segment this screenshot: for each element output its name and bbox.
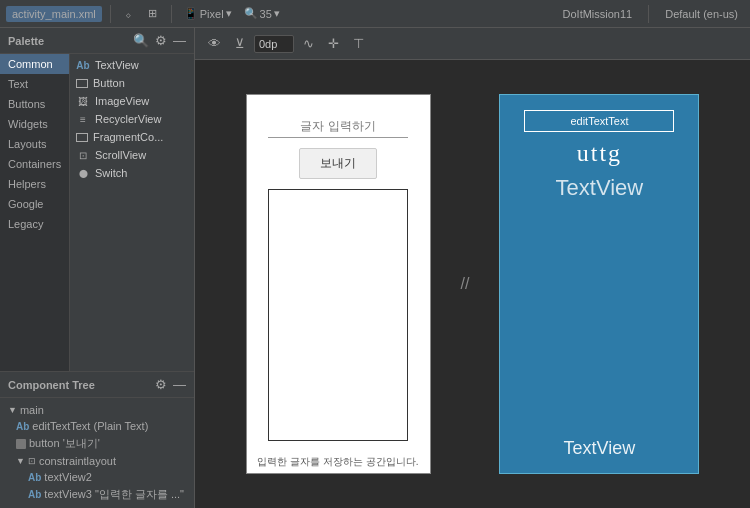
palette-items: Ab TextView Button 🖼 ImageView ≡ Recycle…: [70, 54, 194, 371]
secondary-toolbar: 👁 ⊻ ∿ ✛ ⊤: [195, 28, 750, 60]
palette-item-scrollview[interactable]: ⊡ ScrollView: [70, 146, 194, 164]
center-right: 👁 ⊻ ∿ ✛ ⊤ 보내기 입력한 글자를 저장하는 공간입니다. //: [195, 28, 750, 508]
ct-item-textview2[interactable]: Ab textView2: [0, 469, 194, 485]
code-mode-btn[interactable]: ⊞: [142, 5, 163, 22]
palette-cat-helpers[interactable]: Helpers: [0, 174, 69, 194]
ab-icon-edittexttext: Ab: [16, 421, 29, 432]
margin-input[interactable]: [254, 35, 294, 53]
toolbar-separator-2: [171, 5, 172, 23]
scrollview-icon: ⊡: [76, 150, 90, 161]
phone-icon: 📱: [184, 7, 198, 20]
bp-content-area: [514, 209, 684, 426]
ab-icon-textview3: Ab: [28, 489, 41, 500]
imageview-label: ImageView: [95, 95, 149, 107]
textview3-label: textView3 "입력한 글자를 ...": [44, 487, 184, 502]
pixel-label: Pixel: [200, 8, 224, 20]
ct-item-constraintlayout[interactable]: ▼ ⊡ constraintlayout: [0, 453, 194, 469]
palette-cat-buttons[interactable]: Buttons: [0, 94, 69, 114]
file-tab[interactable]: activity_main.xml: [6, 6, 102, 22]
code-icon: ⊞: [148, 7, 157, 20]
zoom-icon: 🔍: [244, 7, 258, 20]
bp-textview-top: TextView: [556, 175, 644, 201]
project-label[interactable]: DoItMission11: [557, 6, 639, 22]
recyclerview-icon: ≡: [76, 114, 90, 125]
design-mode-btn[interactable]: ⬦: [119, 6, 138, 22]
ct-minimize-icon[interactable]: —: [173, 377, 186, 392]
ct-title: Component Tree: [8, 379, 149, 391]
ct-settings-icon[interactable]: ⚙: [155, 377, 167, 392]
fragmentco-label: FragmentCo...: [93, 131, 163, 143]
palette-item-button[interactable]: Button: [70, 74, 194, 92]
ct-arrow-constraint: ▼: [16, 456, 25, 466]
palette-cat-legacy[interactable]: Legacy: [0, 214, 69, 234]
ct-arrow-main: ▼: [8, 405, 17, 415]
phone-send-button[interactable]: 보내기: [299, 148, 377, 179]
palette-item-recyclerview[interactable]: ≡ RecyclerView: [70, 110, 194, 128]
toolbar-separator: [110, 5, 111, 23]
phone-content: 보내기: [247, 95, 430, 451]
ct-item-button[interactable]: button '보내기': [0, 434, 194, 453]
layout-icon: ⊡: [28, 456, 36, 466]
magnet-icon[interactable]: ⊻: [230, 33, 250, 54]
palette-cat-layouts[interactable]: Layouts: [0, 134, 69, 154]
zoom-label: 35: [260, 8, 272, 20]
switch-label: Switch: [95, 167, 127, 179]
locale-label[interactable]: Default (en-us): [659, 6, 744, 22]
palette-categories: Common Text Buttons Widgets Layouts Cont…: [0, 54, 70, 371]
design-area: 보내기 입력한 글자를 저장하는 공간입니다. // editTextText …: [195, 60, 750, 508]
eye-icon[interactable]: 👁: [203, 33, 226, 54]
zoom-dropdown[interactable]: 🔍 35 ▾: [240, 5, 284, 22]
palette-settings-icon[interactable]: ⚙: [155, 33, 167, 48]
ab-icon: Ab: [76, 60, 90, 71]
palette-minimize-icon[interactable]: —: [173, 33, 186, 48]
textview2-label: textView2: [44, 471, 92, 483]
palette-title: Palette: [8, 35, 127, 47]
imageview-icon: 🖼: [76, 96, 90, 107]
ct-item-edittexttext[interactable]: Ab editTextText (Plain Text): [0, 418, 194, 434]
wave-icon[interactable]: ∿: [298, 33, 319, 54]
ct-header: Component Tree ⚙ —: [0, 372, 194, 398]
edittexttext-label: editTextText (Plain Text): [32, 420, 148, 432]
button-icon: [76, 79, 88, 88]
palette-cat-google[interactable]: Google: [0, 194, 69, 214]
component-tree: Component Tree ⚙ — ▼ main Ab editTextTex…: [0, 371, 194, 508]
palette-cat-widgets[interactable]: Widgets: [0, 114, 69, 134]
phone-bottom-label: 입력한 글자를 저장하는 공간입니다.: [247, 451, 430, 473]
phone-textarea-area: [268, 189, 408, 441]
palette-header: Palette 🔍 ⚙ —: [0, 28, 194, 54]
ct-item-textview3[interactable]: Ab textView3 "입력한 글자를 ...": [0, 485, 194, 504]
main-label: main: [20, 404, 44, 416]
top-toolbar: activity_main.xml ⬦ ⊞ 📱 Pixel ▾ 🔍 35 ▾ D…: [0, 0, 750, 28]
palette-item-switch[interactable]: ⬤ Switch: [70, 164, 194, 182]
bp-input-box: editTextText: [524, 110, 674, 132]
chevron-down-icon: ▾: [226, 7, 232, 20]
ct-body: ▼ main Ab editTextText (Plain Text) butt…: [0, 398, 194, 508]
palette-item-textview[interactable]: Ab TextView: [70, 56, 194, 74]
toolbar-separator-3: [648, 5, 649, 23]
scrollview-label: ScrollView: [95, 149, 146, 161]
align-icon[interactable]: ⊤: [348, 33, 369, 54]
cursor-icon[interactable]: ✛: [323, 33, 344, 54]
phone-text-input[interactable]: [268, 115, 408, 138]
ct-item-main[interactable]: ▼ main: [0, 402, 194, 418]
bp-text-large: uttg: [524, 140, 674, 167]
resize-area: //: [461, 275, 470, 293]
palette-cat-text[interactable]: Text: [0, 74, 69, 94]
button-label: Button: [93, 77, 125, 89]
palette-item-imageview[interactable]: 🖼 ImageView: [70, 92, 194, 110]
pixel-dropdown[interactable]: 📱 Pixel ▾: [180, 5, 236, 22]
palette-cat-containers[interactable]: Containers: [0, 154, 69, 174]
palette-cat-common[interactable]: Common: [0, 54, 69, 74]
toolbar-right: DoItMission11 Default (en-us): [557, 5, 744, 23]
textview-label: TextView: [95, 59, 139, 71]
design-diamond-icon: ⬦: [125, 8, 132, 20]
left-panel: Palette 🔍 ⚙ — Common Text Buttons Widget…: [0, 28, 195, 508]
resize-icon: //: [461, 275, 470, 293]
main-content: Palette 🔍 ⚙ — Common Text Buttons Widget…: [0, 28, 750, 508]
palette-item-fragmentco[interactable]: FragmentCo...: [70, 128, 194, 146]
palette-search-icon[interactable]: 🔍: [133, 33, 149, 48]
constraintlayout-label: constraintlayout: [39, 455, 116, 467]
btn-icon: [16, 439, 26, 449]
switch-icon: ⬤: [76, 169, 90, 178]
chevron-down-icon2: ▾: [274, 7, 280, 20]
